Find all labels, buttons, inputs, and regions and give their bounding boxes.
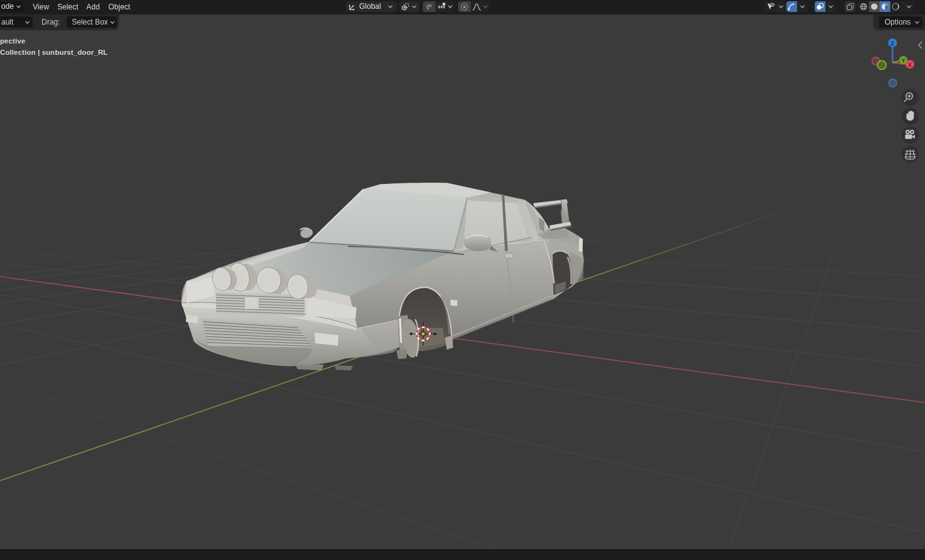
- svg-text:X: X: [908, 61, 912, 68]
- svg-text:Z: Z: [891, 40, 895, 47]
- svg-text:Y: Y: [901, 57, 905, 64]
